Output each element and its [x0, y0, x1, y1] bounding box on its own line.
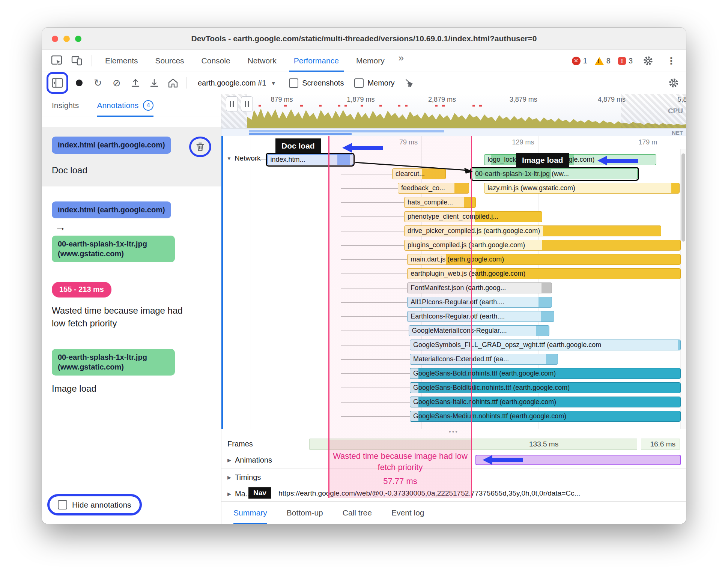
expand-triangle-icon[interactable]: ▶ [227, 491, 231, 497]
network-request[interactable]: GoogleSans-Bold.nohints.ttf (earth.googl… [410, 368, 681, 379]
issues-badge[interactable]: !3 [618, 57, 633, 65]
download-profile-icon[interactable] [146, 75, 162, 91]
annotation-entry[interactable]: index.html (earth.google.com)→00-earth-s… [42, 201, 221, 263]
trash-icon[interactable] [195, 142, 205, 152]
request-label: EarthIcons-Regular.otf (earth.... [411, 313, 505, 320]
collect-garbage-icon[interactable] [402, 75, 417, 91]
nav-marker-chip[interactable]: Nav [248, 487, 271, 499]
record-button[interactable] [71, 75, 87, 91]
screenshots-checkbox[interactable]: Screenshots [289, 78, 344, 88]
screenshot-tick [398, 105, 400, 107]
error-badge[interactable]: ✕1 [572, 57, 587, 65]
timings-track[interactable]: ▶Timings [221, 469, 686, 486]
network-request[interactable]: MaterialIcons-Extended.ttf (ea... [410, 354, 558, 365]
expand-triangle-icon[interactable]: ▶ [227, 457, 231, 463]
annotation-entry[interactable]: 00-earth-splash-1x-ltr.jpg (www.gstatic.… [42, 349, 221, 395]
overview-left-handle[interactable] [226, 96, 238, 111]
timeline-overview[interactable]: CPU NET 879 ms1,879 ms2,879 ms3,879 ms4,… [221, 94, 686, 136]
network-request[interactable]: main.dart.js (earth.google.com) [407, 254, 681, 265]
network-request[interactable]: lazy.min.js (www.gstatic.com) [484, 183, 679, 194]
annotation-chip-pink[interactable]: 155 - 213 ms [52, 282, 111, 298]
scrollbar-thumb[interactable] [681, 153, 685, 242]
network-request[interactable]: GoogleSans-BoldItalic.nohints.ttf (earth… [410, 382, 681, 393]
screenshot-stage: DevTools - earth.google.com/static/multi… [0, 0, 728, 577]
network-scrollbar[interactable] [680, 149, 686, 429]
network-request[interactable]: GoogleSans-Italic.nohints.ttf (earth.goo… [410, 397, 681, 407]
network-request[interactable]: 00-earth-splash-1x-ltr.jpg (ww... [472, 168, 638, 179]
overview-time-label: 1,879 ms [347, 96, 375, 104]
annotation-chip-blue[interactable]: index.html (earth.google.com) [52, 137, 171, 154]
main-thread-track[interactable]: ▶Ma... Nav https://earth.google.com/web/… [221, 486, 686, 501]
request-whisker [341, 245, 404, 246]
collapse-triangle-icon: ▼ [227, 156, 232, 161]
hide-annotations-row: Hide annotations [47, 494, 142, 515]
memory-checkbox[interactable]: Memory [354, 78, 394, 88]
bottom-tab-summary[interactable]: Summary [233, 502, 267, 524]
annotation-entry[interactable]: index.html (earth.google.com)Doc load [42, 127, 221, 186]
kebab-menu-icon[interactable]: ⋮ [663, 53, 679, 69]
tab-performance[interactable]: Performance [285, 50, 347, 72]
network-request[interactable]: clearcut... [392, 168, 446, 179]
settings-gear-icon[interactable] [640, 53, 656, 69]
tab-insights[interactable]: Insights [52, 94, 79, 117]
upload-profile-icon[interactable] [128, 75, 143, 91]
tab-console[interactable]: Console [193, 50, 239, 72]
chevron-down-icon: ▼ [271, 80, 276, 86]
animations-track[interactable]: ▶Animations [221, 452, 686, 469]
overview-time-label: 2,879 ms [428, 96, 456, 104]
network-request[interactable]: GoogleSans-Medium.nohints.ttf (earth.goo… [410, 411, 681, 422]
clear-recording-icon[interactable]: ⊘ [109, 75, 125, 91]
more-tabs-icon[interactable]: » [393, 50, 409, 66]
network-request[interactable]: FontManifest.json (earth.goog... [407, 282, 552, 293]
tab-elements[interactable]: Elements [96, 50, 147, 72]
expand-triangle-icon[interactable]: ▶ [227, 475, 231, 480]
annotation-chip-blue[interactable]: index.html (earth.google.com) [52, 201, 171, 219]
annotation-chip-green[interactable]: 00-earth-splash-1x-ltr.jpg (www.gstatic.… [52, 349, 175, 376]
warning-badge[interactable]: 8 [595, 57, 611, 65]
hide-annotations-checkbox[interactable]: Hide annotations [47, 494, 142, 515]
network-track-header[interactable]: ▼ Network [227, 154, 261, 162]
request-label: GoogleSans-Medium.nohints.ttf (earth.goo… [413, 412, 566, 420]
network-row: GoogleSans-Medium.nohints.ttf (earth.goo… [251, 409, 681, 424]
close-window-button[interactable] [52, 36, 58, 42]
maximize-window-button[interactable] [75, 36, 81, 42]
network-request[interactable]: drive_picker_compiled.js (earth.google.c… [404, 225, 661, 236]
network-request[interactable]: earthplugin_web.js (earth.google.com) [407, 268, 681, 279]
animations-label: Animations [235, 456, 272, 464]
target-selector[interactable]: earth.google.com #1▼ [198, 79, 276, 87]
tab-annotations[interactable]: Annotations 4 [97, 94, 153, 117]
network-request[interactable]: phenotype_client_compiled.j... [404, 211, 542, 222]
network-request[interactable]: index.htm... [267, 154, 353, 165]
minimize-window-button[interactable] [63, 36, 70, 42]
doc-load-annotation-label[interactable]: Doc load [275, 138, 321, 153]
bottom-tab-event-log[interactable]: Event log [391, 502, 424, 524]
network-request[interactable]: plugins_compiled.js (earth.google.com) [404, 240, 681, 251]
frame-duration-bar[interactable] [309, 439, 637, 450]
toggle-sidebar-icon[interactable] [50, 75, 65, 91]
frames-track[interactable]: Frames 133.5 ms 16.6 ms [221, 436, 686, 452]
annotation-chip-green[interactable]: 00-earth-splash-1x-ltr.jpg (www.gstatic.… [52, 236, 175, 262]
home-icon[interactable] [165, 75, 181, 91]
network-request[interactable]: feedback_co... [398, 183, 469, 194]
reload-and-record-icon[interactable]: ↻ [90, 75, 106, 91]
bottom-tab-call-tree[interactable]: Call tree [343, 502, 372, 524]
request-whisker [341, 359, 410, 360]
annotation-entry[interactable]: 155 - 213 msWasted time because image ha… [42, 282, 221, 329]
frames-label: Frames [227, 440, 253, 448]
tab-sources[interactable]: Sources [147, 50, 193, 72]
track-resize-divider[interactable]: ••• [221, 429, 686, 436]
inspect-element-icon[interactable] [49, 53, 65, 69]
overview-right-handle[interactable] [241, 96, 253, 111]
network-request[interactable]: All1PIcons-Regular.otf (earth.... [407, 297, 552, 308]
network-request[interactable]: hats_compile... [404, 197, 476, 208]
device-toolbar-icon[interactable] [69, 53, 85, 69]
performance-settings-gear-icon[interactable] [666, 75, 681, 91]
network-request[interactable]: EarthIcons-Regular.otf (earth.... [407, 311, 554, 322]
image-load-annotation-label[interactable]: Image load [516, 153, 569, 168]
bottom-tab-bottom-up[interactable]: Bottom-up [287, 502, 323, 524]
network-request[interactable]: GoogleSymbols_FILL_GRAD_opsz_wght.ttf (e… [410, 340, 681, 350]
network-request[interactable]: GoogleMaterialIcons-Regular.... [409, 325, 550, 336]
tab-network[interactable]: Network [239, 50, 285, 72]
screenshot-tick [344, 105, 347, 107]
tab-memory[interactable]: Memory [347, 50, 393, 72]
